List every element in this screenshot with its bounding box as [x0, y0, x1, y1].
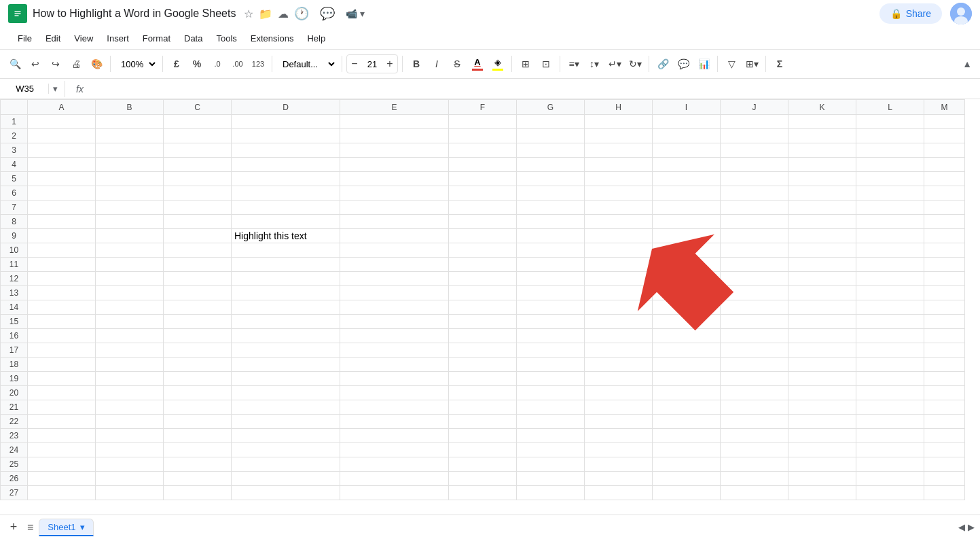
cell-E6[interactable]	[340, 186, 449, 201]
cell-A25[interactable]	[28, 457, 96, 472]
col-header-a[interactable]: A	[28, 100, 96, 115]
cell-B12[interactable]	[96, 272, 164, 286]
cell-H3[interactable]	[585, 143, 653, 158]
cell-C18[interactable]	[164, 358, 232, 372]
row-header-14[interactable]: 14	[1, 300, 28, 315]
cell-B16[interactable]	[96, 329, 164, 343]
row-header-12[interactable]: 12	[1, 272, 28, 286]
cell-D24[interactable]	[232, 443, 340, 457]
cell-L19[interactable]	[856, 372, 924, 386]
cell-H10[interactable]	[585, 243, 653, 258]
cell-L27[interactable]	[856, 486, 924, 500]
cell-C2[interactable]	[164, 129, 232, 143]
cell-J10[interactable]	[721, 243, 788, 258]
star-icon[interactable]: ☆	[244, 7, 253, 20]
cell-I2[interactable]	[653, 129, 721, 143]
cell-J21[interactable]	[721, 400, 788, 415]
cell-L24[interactable]	[856, 443, 924, 457]
col-header-i[interactable]: I	[653, 100, 721, 115]
cell-H17[interactable]	[585, 343, 653, 358]
cell-J22[interactable]	[721, 415, 788, 429]
cell-H20[interactable]	[585, 386, 653, 400]
cell-F8[interactable]	[449, 215, 517, 229]
cell-F2[interactable]	[449, 129, 517, 143]
cell-I18[interactable]	[653, 358, 721, 372]
sum-button[interactable]: Σ	[770, 54, 789, 73]
cell-F19[interactable]	[449, 372, 517, 386]
cell-D3[interactable]	[232, 143, 340, 158]
cell-F21[interactable]	[449, 400, 517, 415]
cell-C4[interactable]	[164, 158, 232, 172]
cell-F16[interactable]	[449, 329, 517, 343]
cell-D27[interactable]	[232, 486, 340, 500]
cell-L7[interactable]	[856, 201, 924, 215]
add-sheet-button[interactable]: +	[5, 519, 22, 536]
cell-H14[interactable]	[585, 300, 653, 315]
merge-button[interactable]: ⊡	[537, 54, 556, 73]
cell-B22[interactable]	[96, 415, 164, 429]
cell-G6[interactable]	[517, 186, 585, 201]
cell-H6[interactable]	[585, 186, 653, 201]
cell-I14[interactable]	[653, 300, 721, 315]
zoom-select[interactable]: 100% 75% 125% 150%	[115, 54, 158, 73]
cell-K23[interactable]	[788, 429, 856, 443]
cell-K6[interactable]	[788, 186, 856, 201]
cell-D13[interactable]	[232, 286, 340, 300]
cell-D11[interactable]	[232, 258, 340, 272]
cell-G7[interactable]	[517, 201, 585, 215]
cell-J24[interactable]	[721, 443, 788, 457]
cell-G27[interactable]	[517, 486, 585, 500]
cell-E4[interactable]	[340, 158, 449, 172]
cell-G13[interactable]	[517, 286, 585, 300]
inc-decimals-button[interactable]: .00	[228, 54, 247, 73]
dec-decimals-button[interactable]: .0	[208, 54, 227, 73]
cell-G25[interactable]	[517, 457, 585, 472]
menu-tools[interactable]: Tools	[209, 31, 243, 46]
cell-H27[interactable]	[585, 486, 653, 500]
cell-M18[interactable]	[924, 358, 965, 372]
cell-J5[interactable]	[721, 172, 788, 186]
cell-L26[interactable]	[856, 472, 924, 486]
cell-L15[interactable]	[856, 315, 924, 329]
cell-M11[interactable]	[924, 258, 965, 272]
row-header-22[interactable]: 22	[1, 415, 28, 429]
cell-L10[interactable]	[856, 243, 924, 258]
row-header-17[interactable]: 17	[1, 343, 28, 358]
toolbar-collapse-button[interactable]: ▲	[960, 56, 975, 72]
cell-G24[interactable]	[517, 443, 585, 457]
cell-I5[interactable]	[653, 172, 721, 186]
cell-K21[interactable]	[788, 400, 856, 415]
cell-H5[interactable]	[585, 172, 653, 186]
cell-F7[interactable]	[449, 201, 517, 215]
cell-E5[interactable]	[340, 172, 449, 186]
comment-button[interactable]: 💬	[674, 54, 693, 73]
cell-C7[interactable]	[164, 201, 232, 215]
cell-B24[interactable]	[96, 443, 164, 457]
cell-M16[interactable]	[924, 329, 965, 343]
avatar[interactable]	[950, 3, 972, 24]
cell-D9[interactable]: Highlight this text	[232, 229, 340, 243]
row-header-13[interactable]: 13	[1, 286, 28, 300]
cell-M5[interactable]	[924, 172, 965, 186]
cell-I3[interactable]	[653, 143, 721, 158]
cell-C9[interactable]	[164, 229, 232, 243]
cell-D16[interactable]	[232, 329, 340, 343]
cell-B11[interactable]	[96, 258, 164, 272]
cell-G12[interactable]	[517, 272, 585, 286]
cell-C8[interactable]	[164, 215, 232, 229]
cell-B9[interactable]	[96, 229, 164, 243]
cell-L17[interactable]	[856, 343, 924, 358]
cell-H18[interactable]	[585, 358, 653, 372]
col-header-e[interactable]: E	[340, 100, 449, 115]
cell-K24[interactable]	[788, 443, 856, 457]
cell-C25[interactable]	[164, 457, 232, 472]
cell-J6[interactable]	[721, 186, 788, 201]
cell-M27[interactable]	[924, 486, 965, 500]
paint-format-button[interactable]: 🎨	[87, 54, 106, 73]
cell-B10[interactable]	[96, 243, 164, 258]
cell-A26[interactable]	[28, 472, 96, 486]
cell-L23[interactable]	[856, 429, 924, 443]
cell-K22[interactable]	[788, 415, 856, 429]
cell-B1[interactable]	[96, 115, 164, 129]
cell-D18[interactable]	[232, 358, 340, 372]
